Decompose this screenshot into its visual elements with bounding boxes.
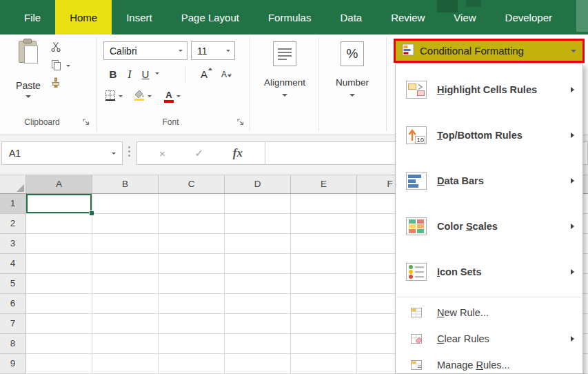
borders-button[interactable] xyxy=(105,87,123,106)
cell-e2[interactable] xyxy=(291,214,357,234)
row-header-8[interactable]: 8 xyxy=(0,334,26,354)
menu-item-color-scales[interactable]: Color Scales xyxy=(396,204,582,249)
cell-d9[interactable] xyxy=(225,354,291,374)
cell-b1[interactable] xyxy=(92,194,159,214)
cell-a6[interactable] xyxy=(26,294,92,314)
cell-d1[interactable] xyxy=(225,194,291,214)
menu-item-clear-rules[interactable]: Clear Rules xyxy=(396,326,582,352)
cell-b4[interactable] xyxy=(92,254,159,274)
cell-e9[interactable] xyxy=(291,354,357,374)
cell-a9[interactable] xyxy=(26,354,92,374)
column-header-c[interactable]: C xyxy=(159,175,225,193)
cell-c1[interactable] xyxy=(159,194,225,214)
cell-d4[interactable] xyxy=(225,254,291,274)
column-header-b[interactable]: B xyxy=(92,175,159,193)
cell-b6[interactable] xyxy=(92,294,159,314)
cell-a2[interactable] xyxy=(26,214,92,234)
paste-button[interactable]: Paste xyxy=(11,39,45,102)
menu-item-manage-rules[interactable]: Manage Rules... xyxy=(396,352,582,374)
row-header-6[interactable]: 6 xyxy=(0,294,26,314)
cell-b3[interactable] xyxy=(92,234,159,254)
increase-font-size-button[interactable]: A xyxy=(195,65,213,83)
menu-item-icon-sets[interactable]: Icon Sets xyxy=(396,249,582,295)
column-header-d[interactable]: D xyxy=(225,175,291,193)
column-header-e[interactable]: E xyxy=(291,175,357,193)
cell-a1[interactable] xyxy=(26,194,92,214)
cell-d6[interactable] xyxy=(225,294,291,314)
cell-b7[interactable] xyxy=(92,314,159,334)
cell-c7[interactable] xyxy=(159,314,225,334)
decrease-font-size-button[interactable]: A xyxy=(216,65,232,83)
bold-button[interactable]: B xyxy=(105,65,121,83)
drag-handle-dots-icon[interactable] xyxy=(128,146,130,157)
fill-color-button[interactable] xyxy=(134,87,152,106)
row-header-4[interactable]: 4 xyxy=(0,254,26,274)
font-name-combobox[interactable]: Calibri xyxy=(103,41,187,60)
menu-item-data-bars[interactable]: Data Bars xyxy=(396,158,582,204)
cell-e4[interactable] xyxy=(291,254,357,274)
cell-d5[interactable] xyxy=(225,274,291,294)
font-color-button[interactable]: A xyxy=(164,87,181,106)
cell-e6[interactable] xyxy=(291,294,357,314)
cell-a3[interactable] xyxy=(26,234,92,254)
cell-b8[interactable] xyxy=(92,334,159,354)
cell-e8[interactable] xyxy=(291,334,357,354)
menu-item-top-bottom-rules[interactable]: 10 Top/Bottom Rules xyxy=(396,112,582,158)
alignment-group-button[interactable]: Alignment xyxy=(263,40,306,131)
cancel-button[interactable]: × xyxy=(159,148,165,159)
tab-file[interactable]: File xyxy=(10,0,55,35)
cell-b5[interactable] xyxy=(92,274,159,294)
tab-review[interactable]: Review xyxy=(376,0,439,35)
row-header-5[interactable]: 5 xyxy=(0,274,26,294)
name-box[interactable]: A1 xyxy=(1,141,123,165)
italic-button[interactable]: I xyxy=(123,65,136,83)
cell-c9[interactable] xyxy=(159,354,225,374)
copy-button[interactable] xyxy=(48,59,63,73)
cell-c3[interactable] xyxy=(159,234,225,254)
menu-item-new-rule[interactable]: New Rule... xyxy=(396,299,582,326)
cell-e5[interactable] xyxy=(291,274,357,294)
cell-c6[interactable] xyxy=(159,294,225,314)
tab-insert[interactable]: Insert xyxy=(112,0,167,35)
tab-home[interactable]: Home xyxy=(55,0,112,35)
cell-b2[interactable] xyxy=(92,214,159,234)
row-header-9[interactable]: 9 xyxy=(0,354,26,374)
insert-function-button[interactable]: fx xyxy=(233,146,243,160)
cell-c2[interactable] xyxy=(159,214,225,234)
cell-c4[interactable] xyxy=(159,254,225,274)
conditional-formatting-button[interactable]: Conditional Formatting xyxy=(394,39,585,63)
font-size-combobox[interactable]: 11 xyxy=(191,41,235,60)
cell-e1[interactable] xyxy=(291,194,357,214)
row-header-1[interactable]: 1 xyxy=(0,194,26,214)
cell-e3[interactable] xyxy=(291,234,357,254)
tab-data[interactable]: Data xyxy=(325,0,376,35)
cell-a4[interactable] xyxy=(26,254,92,274)
cell-d8[interactable] xyxy=(225,334,291,354)
tab-formulas[interactable]: Formulas xyxy=(254,0,326,35)
enter-button[interactable]: ✓ xyxy=(195,147,204,159)
cell-c8[interactable] xyxy=(159,334,225,354)
copy-dropdown-chevron-icon[interactable] xyxy=(66,65,70,67)
underline-button[interactable]: U xyxy=(138,65,153,83)
tab-view[interactable]: View xyxy=(439,0,490,35)
cell-c5[interactable] xyxy=(159,274,225,294)
row-header-2[interactable]: 2 xyxy=(0,214,26,234)
clipboard-dialog-launcher[interactable] xyxy=(81,117,91,127)
menu-item-highlight-cells-rules[interactable]: Highlight Cells Rules xyxy=(396,67,582,112)
cell-a5[interactable] xyxy=(26,274,92,294)
cell-e7[interactable] xyxy=(291,314,357,334)
cut-button[interactable] xyxy=(48,41,63,55)
cell-d2[interactable] xyxy=(225,214,291,234)
tab-developer[interactable]: Developer xyxy=(491,0,567,35)
cell-d7[interactable] xyxy=(225,314,291,334)
number-group-button[interactable]: % Number xyxy=(331,40,374,131)
cell-a8[interactable] xyxy=(26,334,92,354)
font-dialog-launcher[interactable] xyxy=(236,117,245,127)
cell-a7[interactable] xyxy=(26,314,92,334)
row-header-3[interactable]: 3 xyxy=(0,234,26,254)
underline-dropdown-chevron-icon[interactable] xyxy=(155,72,159,75)
cell-d3[interactable] xyxy=(225,234,291,254)
cell-b9[interactable] xyxy=(92,354,159,374)
row-header-7[interactable]: 7 xyxy=(0,314,26,334)
format-painter-button[interactable] xyxy=(48,77,63,91)
